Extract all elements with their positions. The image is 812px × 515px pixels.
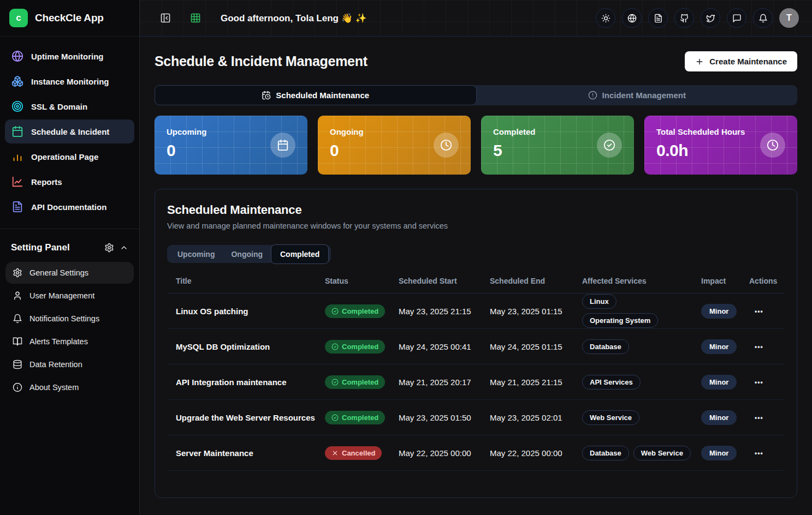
app-logo: c CheckCle App [0,0,139,37]
sidebar-item-uptime-monitoring[interactable]: Uptime Monitoring [5,44,134,68]
calendar-icon [277,139,289,151]
cell-status: Cancelled [316,446,390,460]
tab-label: Scheduled Maintenance [276,91,369,100]
service-tag: Linux [582,294,617,309]
info-icon [13,382,22,392]
globe-icon [11,50,23,62]
greeting-text: Good afternoon, Tola Leng 👋 ✨ [221,13,367,24]
check-circle-icon [603,139,615,151]
sidebar-item-ssl-domain[interactable]: SSL & Domain [5,94,134,118]
impact-badge: Minor [701,446,737,460]
clock-icon [767,139,779,151]
cell-affected-services: Web Service [573,410,692,425]
notifications-button[interactable] [753,8,773,28]
file-text-icon [11,201,23,213]
settings-item-label: User Management [29,291,94,300]
cell-scheduled-end: May 22, 2025 00:00 [481,448,573,458]
main-area: Good afternoon, Tola Leng 👋 ✨ T Schedule… [140,0,812,515]
column-header-status: Status [316,277,390,285]
settings-item-general-settings[interactable]: General Settings [5,262,134,284]
cell-status: Completed [316,411,390,424]
settings-item-label: General Settings [29,268,88,277]
sidebar: c CheckCle App Uptime MonitoringInstance… [0,0,140,515]
create-maintenance-label: Create Maintenance [709,57,787,66]
panel-left-icon[interactable] [160,13,171,23]
row-actions-button[interactable]: ••• [749,307,769,316]
cell-status: Completed [316,340,390,354]
column-header-title: Title [167,277,316,285]
app-logo-icon: c [9,9,28,27]
tab-scheduled-maintenance[interactable]: Scheduled Maintenance [155,85,477,105]
calendar-clock-icon [262,91,271,100]
stat-card-total-scheduled-hours: Total Scheduled Hours0.0h [644,116,797,175]
cubes-icon [11,75,23,87]
settings-item-label: Alerts Templates [29,337,88,346]
sidebar-item-label: Instance Monitoring [31,77,109,86]
sidebar-item-instance-monitoring[interactable]: Instance Monitoring [5,69,134,93]
stat-card-ongoing: Ongoing0 [318,116,471,175]
grid-icon[interactable] [190,13,201,23]
status-badge: Completed [325,304,385,318]
status-badge-label: Cancelled [342,449,375,457]
calendar-icon [11,125,23,137]
sidebar-item-api-documentation[interactable]: API Documentation [5,195,134,219]
sidebar-item-label: Uptime Monitoring [31,52,103,61]
sidebar-item-label: API Documentation [31,202,106,212]
stat-icon-circle [270,133,295,158]
gear-icon[interactable] [104,243,114,253]
settings-list: General SettingsUser ManagementNotificat… [0,260,139,400]
row-actions-button[interactable]: ••• [749,343,769,351]
create-maintenance-button[interactable]: Create Maintenance [685,51,797,71]
sidebar-item-reports[interactable]: Reports [5,170,134,194]
row-actions-button[interactable]: ••• [749,449,769,458]
page-content: Schedule & Incident Management Create Ma… [140,37,812,515]
avatar[interactable]: T [779,8,799,28]
filter-tab-bar: UpcomingOngoingCompleted [167,245,331,263]
column-header-scheduled-start: Scheduled Start [390,277,481,285]
stat-card-upcoming: Upcoming0 [155,116,307,175]
status-badge-label: Completed [342,307,378,315]
feedback-button[interactable] [727,8,746,28]
sidebar-item-operational-page[interactable]: Operational Page [5,145,134,169]
status-badge: Completed [325,340,385,354]
settings-item-alerts-templates[interactable]: Alerts Templates [5,331,134,352]
stat-card-completed: Completed5 [481,116,634,175]
settings-item-notification-settings[interactable]: Notification Settings [5,308,134,330]
row-actions-button[interactable]: ••• [749,378,769,387]
check-circle-icon [331,414,339,421]
column-header-affected-services: Affected Services [573,277,692,285]
cell-scheduled-end: May 24, 2025 01:15 [481,342,573,351]
stat-icon-circle [760,133,785,158]
cell-impact: Minor [692,304,740,319]
row-actions-button[interactable]: ••• [749,414,769,422]
cell-impact: Minor [692,339,740,354]
panel-description: View and manage planned maintenance wind… [167,221,785,230]
settings-item-about-system[interactable]: About System [5,376,134,398]
service-tag: Web Service [582,410,639,425]
filter-tab-upcoming[interactable]: Upcoming [169,246,223,262]
sun-icon [601,14,611,23]
documentation-button[interactable] [648,8,668,28]
settings-item-label: Notification Settings [29,314,99,323]
settings-item-user-management[interactable]: User Management [5,285,134,307]
topbar-left [160,13,201,23]
settings-item-data-retention[interactable]: Data Retention [5,354,134,375]
language-button[interactable] [622,8,642,28]
chevron-up-icon[interactable] [120,243,128,252]
filter-tab-ongoing[interactable]: Ongoing [223,246,271,262]
stat-icon-circle [597,133,622,158]
tab-incident-management[interactable]: Incident Management [477,85,798,105]
status-badge-label: Completed [342,378,378,386]
user-icon [13,291,22,301]
impact-badge: Minor [701,375,737,390]
column-header-scheduled-end: Scheduled End [481,277,573,285]
page-title: Schedule & Incident Management [155,53,368,69]
filter-tab-completed[interactable]: Completed [271,244,329,264]
github-button[interactable] [674,8,694,28]
cell-status: Completed [316,304,390,318]
sidebar-item-schedule-incident[interactable]: Schedule & Incident [5,119,134,143]
theme-toggle-button[interactable] [596,8,615,28]
x-icon [331,450,339,457]
cell-status: Completed [316,375,390,389]
twitter-button[interactable] [701,8,720,28]
